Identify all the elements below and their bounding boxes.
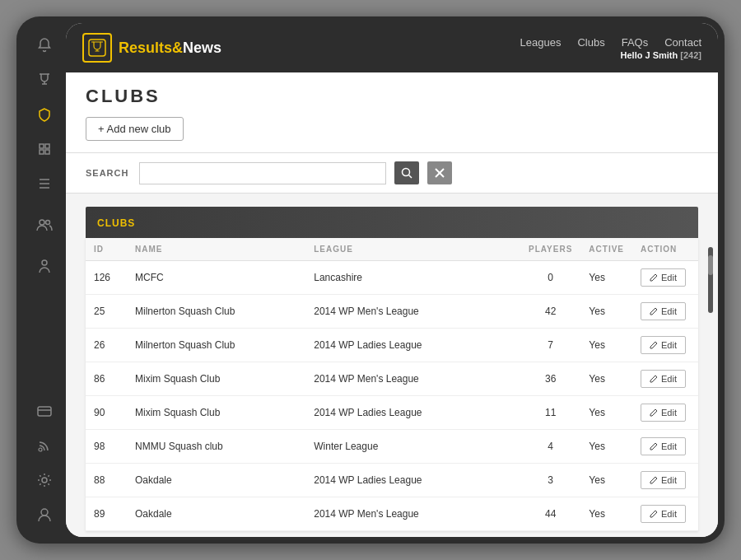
svg-point-7: [40, 220, 44, 225]
sidebar-icon-shield[interactable]: [30, 100, 58, 128]
edit-button-86[interactable]: Edit: [641, 370, 686, 388]
pencil-icon: [650, 476, 658, 484]
cell-action: Edit: [632, 464, 698, 497]
cell-action: Edit: [632, 329, 698, 362]
edit-button-26[interactable]: Edit: [641, 336, 686, 354]
svg-point-9: [42, 260, 47, 265]
svg-point-12: [39, 448, 42, 451]
table-section-title: CLUBS: [97, 217, 135, 229]
pencil-icon: [650, 307, 658, 315]
search-icon: [401, 167, 412, 179]
cell-name: Oakdale: [127, 464, 305, 497]
table-row: 90 Mixim Squash Club 2014 WP Ladies Leag…: [86, 396, 698, 430]
nav-top-links: Leagues Clubs FAQs Contact: [520, 36, 701, 49]
tablet-frame: Results&News Leagues Clubs FAQs Contact …: [16, 16, 725, 544]
cell-players: 36: [520, 362, 580, 396]
cell-action: Edit: [632, 396, 698, 430]
cell-league: 2014 WP Men's League: [305, 362, 520, 396]
sidebar-icon-bell[interactable]: [30, 31, 58, 59]
edit-button-98[interactable]: Edit: [641, 437, 686, 455]
sidebar-icon-user-account[interactable]: [30, 501, 58, 529]
clubs-table: ID NAME LEAGUE PLAYERS ACTIVE ACTION 126…: [86, 238, 698, 531]
table-header-row: ID NAME LEAGUE PLAYERS ACTIVE ACTION: [86, 238, 698, 261]
col-header-id: ID: [86, 238, 127, 261]
cell-id: 126: [86, 261, 127, 295]
table-row: 88 Oakdale 2014 WP Ladies League 3 Yes E…: [86, 464, 698, 497]
cell-name: Mixim Squash Club: [127, 362, 305, 396]
sidebar-icon-rss[interactable]: [30, 432, 58, 460]
scrollbar-thumb: [708, 255, 713, 275]
cell-active: Yes: [580, 396, 632, 430]
search-area: SEARCH: [66, 153, 718, 194]
cell-league: 2014 WP Ladies League: [305, 396, 520, 430]
cell-players: 11: [520, 396, 580, 430]
table-row: 26 Milnerton Squash Club 2014 WP Ladies …: [86, 329, 698, 362]
search-button[interactable]: [394, 161, 419, 184]
cell-players: 44: [520, 497, 580, 531]
cell-name: Milnerton Squash Club: [127, 329, 305, 362]
main-area: Results&News Leagues Clubs FAQs Contact …: [66, 23, 718, 537]
sidebar-icon-card[interactable]: [30, 397, 58, 425]
cell-name: MCFC: [127, 261, 305, 295]
clear-icon: [435, 168, 445, 178]
svg-rect-10: [38, 407, 51, 416]
nav-link-faqs[interactable]: FAQs: [622, 36, 649, 49]
cell-action: Edit: [632, 261, 698, 295]
sidebar-icon-list[interactable]: [30, 170, 58, 198]
cell-id: 26: [86, 329, 127, 362]
cell-active: Yes: [580, 430, 632, 464]
nav-link-clubs[interactable]: Clubs: [577, 36, 604, 49]
pencil-icon: [650, 273, 658, 282]
scrollbar-track: [708, 247, 713, 313]
edit-button-88[interactable]: Edit: [641, 471, 686, 489]
sidebar-icon-person[interactable]: [30, 252, 58, 280]
cell-action: Edit: [632, 430, 698, 464]
sidebar: [23, 23, 66, 537]
cell-active: Yes: [580, 362, 632, 396]
sidebar-icon-settings[interactable]: [30, 466, 58, 494]
svg-rect-3: [45, 150, 49, 154]
cell-name: Milnerton Squash Club: [127, 295, 305, 329]
table-row: 126 MCFC Lancashire 0 Yes Edit: [86, 261, 698, 295]
cell-id: 86: [86, 362, 127, 396]
nav-link-contact[interactable]: Contact: [664, 36, 701, 49]
cell-name: Oakdale: [127, 497, 305, 531]
table-row: 25 Milnerton Squash Club 2014 WP Men's L…: [86, 295, 698, 329]
page-content: CLUBS + Add new club SEARCH: [66, 72, 718, 537]
nav-link-leagues[interactable]: Leagues: [520, 36, 562, 49]
pencil-icon: [650, 341, 658, 349]
search-label: SEARCH: [86, 168, 131, 178]
sidebar-icon-users[interactable]: [30, 211, 58, 239]
cell-action: Edit: [632, 295, 698, 329]
cell-action: Edit: [632, 362, 698, 396]
svg-point-8: [46, 221, 50, 225]
table-row: 98 NMMU Squash club Winter League 4 Yes …: [86, 430, 698, 464]
svg-point-16: [403, 169, 410, 176]
edit-button-90[interactable]: Edit: [641, 404, 686, 422]
add-new-club-button[interactable]: + Add new club: [86, 117, 184, 141]
cell-id: 25: [86, 295, 127, 329]
cell-name: Mixim Squash Club: [127, 396, 305, 430]
cell-league: Lancashire: [305, 261, 520, 295]
topnav: Results&News Leagues Clubs FAQs Contact …: [66, 23, 718, 72]
search-clear-button[interactable]: [427, 161, 452, 184]
col-header-name: NAME: [127, 238, 305, 261]
cell-players: 4: [520, 430, 580, 464]
cell-name: NMMU Squash club: [127, 430, 305, 464]
sidebar-icon-trophy[interactable]: [30, 66, 58, 94]
cell-league: 2014 WP Men's League: [305, 295, 520, 329]
edit-button-89[interactable]: Edit: [641, 505, 686, 523]
svg-rect-0: [40, 144, 44, 148]
edit-button-126[interactable]: Edit: [641, 268, 686, 287]
table-header-bar: CLUBS: [86, 207, 698, 238]
nav-user: Hello J Smith [242]: [621, 50, 701, 60]
search-input[interactable]: [139, 162, 386, 184]
table-section: CLUBS ID NAME LEAGUE PLAYERS ACTIVE ACTI…: [66, 194, 718, 537]
cell-league: Winter League: [305, 430, 520, 464]
col-header-players: PLAYERS: [520, 238, 580, 261]
logo-area: Results&News: [82, 33, 520, 63]
cell-league: 2014 WP Ladies League: [305, 329, 520, 362]
sidebar-icon-grid[interactable]: [30, 135, 58, 163]
cell-players: 3: [520, 464, 580, 497]
edit-button-25[interactable]: Edit: [641, 302, 686, 320]
